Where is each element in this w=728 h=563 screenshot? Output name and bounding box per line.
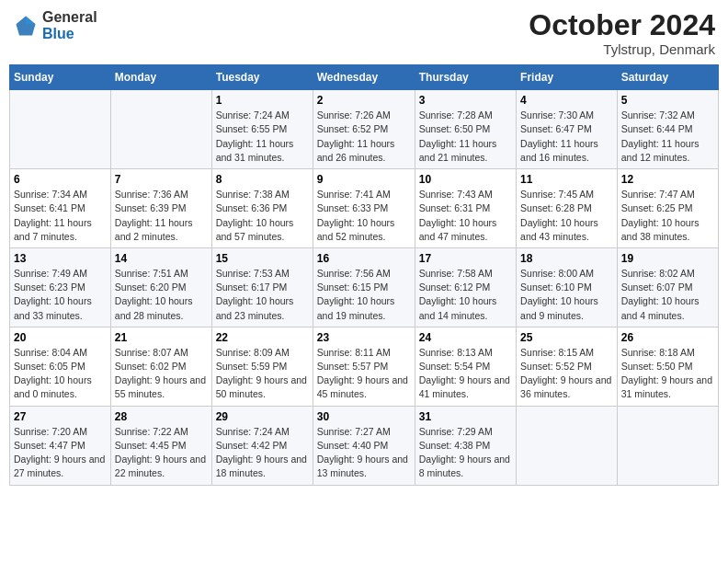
day-detail: Sunrise: 8:04 AM Sunset: 6:05 PM Dayligh… (14, 346, 107, 402)
day-detail: Sunrise: 7:47 AM Sunset: 6:25 PM Dayligh… (621, 188, 714, 244)
day-number: 11 (520, 173, 613, 186)
day-number: 31 (419, 410, 512, 423)
calendar-cell: 9Sunrise: 7:41 AM Sunset: 6:33 PM Daylig… (313, 169, 415, 248)
day-detail: Sunrise: 7:41 AM Sunset: 6:33 PM Dayligh… (317, 188, 411, 244)
day-detail: Sunrise: 7:20 AM Sunset: 4:47 PM Dayligh… (14, 425, 107, 481)
calendar-cell: 12Sunrise: 7:47 AM Sunset: 6:25 PM Dayli… (617, 169, 718, 248)
calendar-cell: 16Sunrise: 7:56 AM Sunset: 6:15 PM Dayli… (313, 247, 415, 327)
day-detail: Sunrise: 7:38 AM Sunset: 6:36 PM Dayligh… (216, 188, 309, 244)
calendar-cell: 21Sunrise: 8:07 AM Sunset: 6:02 PM Dayli… (110, 327, 211, 406)
day-detail: Sunrise: 8:15 AM Sunset: 5:52 PM Dayligh… (520, 346, 613, 402)
day-detail: Sunrise: 7:29 AM Sunset: 4:38 PM Dayligh… (419, 425, 512, 481)
calendar-cell: 23Sunrise: 8:11 AM Sunset: 5:57 PM Dayli… (313, 327, 415, 406)
day-number: 9 (317, 173, 411, 186)
calendar-cell (110, 90, 211, 169)
day-detail: Sunrise: 8:07 AM Sunset: 6:02 PM Dayligh… (115, 346, 208, 402)
weekday-header-cell: Monday (110, 65, 211, 90)
calendar-cell: 8Sunrise: 7:38 AM Sunset: 6:36 PM Daylig… (211, 169, 313, 248)
calendar-cell: 30Sunrise: 7:27 AM Sunset: 4:40 PM Dayli… (313, 406, 415, 485)
calendar-cell: 17Sunrise: 7:58 AM Sunset: 6:12 PM Dayli… (415, 247, 516, 327)
calendar-cell: 27Sunrise: 7:20 AM Sunset: 4:47 PM Dayli… (10, 406, 111, 485)
calendar-cell: 1Sunrise: 7:24 AM Sunset: 6:55 PM Daylig… (211, 90, 313, 169)
day-detail: Sunrise: 8:13 AM Sunset: 5:54 PM Dayligh… (419, 346, 512, 402)
day-number: 12 (621, 173, 714, 186)
title-block: October 2024 Tylstrup, Denmark (529, 9, 715, 57)
calendar-cell: 2Sunrise: 7:26 AM Sunset: 6:52 PM Daylig… (313, 90, 415, 169)
day-number: 7 (115, 173, 208, 186)
calendar-week-row: 20Sunrise: 8:04 AM Sunset: 6:05 PM Dayli… (10, 327, 719, 406)
calendar-week-row: 6Sunrise: 7:34 AM Sunset: 6:41 PM Daylig… (10, 169, 719, 248)
day-detail: Sunrise: 7:34 AM Sunset: 6:41 PM Dayligh… (14, 188, 107, 244)
day-detail: Sunrise: 7:43 AM Sunset: 6:31 PM Dayligh… (419, 188, 512, 244)
calendar-cell: 26Sunrise: 8:18 AM Sunset: 5:50 PM Dayli… (617, 327, 718, 406)
day-detail: Sunrise: 7:24 AM Sunset: 6:55 PM Dayligh… (216, 109, 309, 165)
day-detail: Sunrise: 7:36 AM Sunset: 6:39 PM Dayligh… (115, 188, 208, 244)
day-number: 19 (621, 252, 714, 265)
day-number: 28 (115, 410, 208, 423)
calendar-table: SundayMondayTuesdayWednesdayThursdayFrid… (9, 64, 719, 485)
day-number: 17 (419, 252, 512, 265)
logo: General Blue (13, 9, 97, 41)
calendar-week-row: 13Sunrise: 7:49 AM Sunset: 6:23 PM Dayli… (10, 247, 719, 327)
day-number: 5 (621, 94, 714, 107)
location-title: Tylstrup, Denmark (529, 41, 715, 57)
calendar-cell: 5Sunrise: 7:32 AM Sunset: 6:44 PM Daylig… (617, 90, 718, 169)
day-detail: Sunrise: 7:30 AM Sunset: 6:47 PM Dayligh… (520, 109, 613, 165)
day-number: 15 (216, 252, 309, 265)
calendar-cell: 11Sunrise: 7:45 AM Sunset: 6:28 PM Dayli… (517, 169, 618, 248)
logo-icon (13, 13, 39, 39)
day-detail: Sunrise: 7:58 AM Sunset: 6:12 PM Dayligh… (419, 267, 512, 323)
logo-blue-text: Blue (42, 26, 97, 42)
day-detail: Sunrise: 8:09 AM Sunset: 5:59 PM Dayligh… (216, 346, 309, 402)
day-detail: Sunrise: 7:49 AM Sunset: 6:23 PM Dayligh… (14, 267, 107, 323)
day-number: 20 (14, 331, 107, 344)
page-header: General Blue October 2024 Tylstrup, Denm… (9, 9, 719, 57)
day-detail: Sunrise: 7:28 AM Sunset: 6:50 PM Dayligh… (419, 109, 512, 165)
weekday-header-cell: Sunday (10, 65, 111, 90)
day-number: 24 (419, 331, 512, 344)
day-number: 23 (317, 331, 411, 344)
day-detail: Sunrise: 7:26 AM Sunset: 6:52 PM Dayligh… (317, 109, 411, 165)
day-number: 18 (520, 252, 613, 265)
calendar-cell: 7Sunrise: 7:36 AM Sunset: 6:39 PM Daylig… (110, 169, 211, 248)
weekday-header-cell: Thursday (415, 65, 516, 90)
logo-text: General Blue (42, 9, 97, 41)
day-number: 25 (520, 331, 613, 344)
calendar-cell: 10Sunrise: 7:43 AM Sunset: 6:31 PM Dayli… (415, 169, 516, 248)
day-number: 16 (317, 252, 411, 265)
calendar-cell: 13Sunrise: 7:49 AM Sunset: 6:23 PM Dayli… (10, 247, 111, 327)
calendar-week-row: 1Sunrise: 7:24 AM Sunset: 6:55 PM Daylig… (10, 90, 719, 169)
day-detail: Sunrise: 8:18 AM Sunset: 5:50 PM Dayligh… (621, 346, 714, 402)
calendar-cell: 3Sunrise: 7:28 AM Sunset: 6:50 PM Daylig… (415, 90, 516, 169)
logo-general-text: General (42, 9, 97, 26)
calendar-cell: 28Sunrise: 7:22 AM Sunset: 4:45 PM Dayli… (110, 406, 211, 485)
day-detail: Sunrise: 8:02 AM Sunset: 6:07 PM Dayligh… (621, 267, 714, 323)
calendar-body: 1Sunrise: 7:24 AM Sunset: 6:55 PM Daylig… (10, 90, 719, 485)
day-number: 8 (216, 173, 309, 186)
calendar-cell (517, 406, 618, 485)
calendar-cell: 6Sunrise: 7:34 AM Sunset: 6:41 PM Daylig… (10, 169, 111, 248)
calendar-cell: 24Sunrise: 8:13 AM Sunset: 5:54 PM Dayli… (415, 327, 516, 406)
day-number: 3 (419, 94, 512, 107)
day-detail: Sunrise: 7:56 AM Sunset: 6:15 PM Dayligh… (317, 267, 411, 323)
day-number: 22 (216, 331, 309, 344)
weekday-header-cell: Friday (517, 65, 618, 90)
calendar-cell: 14Sunrise: 7:51 AM Sunset: 6:20 PM Dayli… (110, 247, 211, 327)
day-detail: Sunrise: 8:11 AM Sunset: 5:57 PM Dayligh… (317, 346, 411, 402)
weekday-header-cell: Wednesday (313, 65, 415, 90)
day-number: 29 (216, 410, 309, 423)
weekday-header-cell: Tuesday (211, 65, 313, 90)
day-number: 2 (317, 94, 411, 107)
day-number: 26 (621, 331, 714, 344)
day-detail: Sunrise: 7:22 AM Sunset: 4:45 PM Dayligh… (115, 425, 208, 481)
day-detail: Sunrise: 8:00 AM Sunset: 6:10 PM Dayligh… (520, 267, 613, 323)
calendar-cell (10, 90, 111, 169)
day-detail: Sunrise: 7:51 AM Sunset: 6:20 PM Dayligh… (115, 267, 208, 323)
calendar-cell: 4Sunrise: 7:30 AM Sunset: 6:47 PM Daylig… (517, 90, 618, 169)
calendar-cell: 15Sunrise: 7:53 AM Sunset: 6:17 PM Dayli… (211, 247, 313, 327)
svg-marker-1 (26, 16, 36, 24)
day-number: 14 (115, 252, 208, 265)
weekday-header-row: SundayMondayTuesdayWednesdayThursdayFrid… (10, 65, 719, 90)
calendar-cell: 20Sunrise: 8:04 AM Sunset: 6:05 PM Dayli… (10, 327, 111, 406)
day-number: 27 (14, 410, 107, 423)
